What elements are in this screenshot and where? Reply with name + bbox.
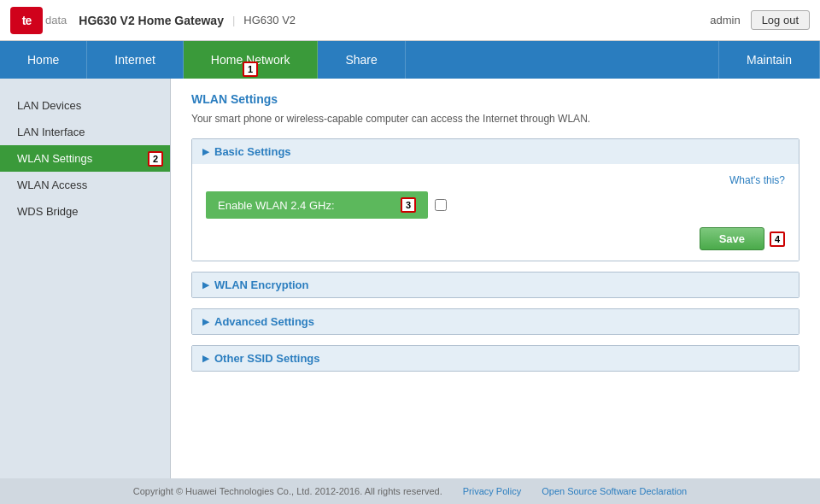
arrow-icon-ssid: ▶ — [202, 354, 209, 363]
open-source-link[interactable]: Open Source Software Declaration — [542, 486, 687, 496]
header-model: HG630 V2 — [243, 14, 296, 26]
nav-item-maintain[interactable]: Maintain — [718, 41, 820, 79]
nav-item-internet[interactable]: Internet — [87, 41, 183, 79]
sidebar-item-lan-interface[interactable]: LAN Interface — [0, 119, 170, 145]
enable-wlan-row: Enable WLAN 2.4 GHz: 3 — [206, 191, 785, 219]
section-header-basic[interactable]: ▶ Basic Settings — [192, 139, 799, 164]
section-wlan-encryption: ▶ WLAN Encryption — [191, 272, 800, 298]
logout-button[interactable]: Log out — [751, 10, 810, 30]
enable-wlan-label: Enable WLAN 2.4 GHz: — [218, 199, 335, 212]
sidebar-badge-2: 2 — [148, 151, 163, 167]
section-header-encryption[interactable]: ▶ WLAN Encryption — [192, 273, 799, 297]
enable-wlan-checkbox[interactable] — [435, 199, 447, 211]
header-divider: | — [232, 14, 235, 26]
nav-spacer — [406, 41, 718, 79]
save-row: Save 4 — [206, 227, 785, 250]
nav-item-home-network[interactable]: Home Network 1 — [184, 41, 319, 79]
header: te data HG630 V2 Home Gateway | HG630 V2… — [0, 0, 820, 41]
sidebar-item-lan-devices[interactable]: LAN Devices — [0, 92, 170, 119]
nav-badge-1: 1 — [243, 62, 258, 77]
field-badge-3: 3 — [401, 197, 416, 213]
sidebar: LAN Devices LAN Interface WLAN Settings … — [0, 79, 171, 478]
main-nav: Home Internet Home Network 1 Share Maint… — [0, 41, 820, 79]
arrow-icon-encryption: ▶ — [202, 280, 209, 290]
section-basic-settings: ▶ Basic Settings What's this? Enable WLA… — [191, 138, 800, 261]
header-title: HG630 V2 Home Gateway — [79, 14, 224, 27]
privacy-policy-link[interactable]: Privacy Policy — [463, 486, 521, 496]
logo-icon: te — [10, 7, 43, 34]
nav-item-home[interactable]: Home — [0, 41, 87, 79]
whats-this-row: What's this? — [206, 174, 785, 186]
sidebar-item-wlan-settings[interactable]: WLAN Settings 2 — [0, 145, 170, 172]
save-button[interactable]: Save — [700, 227, 764, 250]
logo: te data — [10, 7, 67, 34]
enable-wlan-label-box: Enable WLAN 2.4 GHz: 3 — [206, 191, 428, 219]
header-right: admin Log out — [710, 10, 810, 30]
section-other-ssid: ▶ Other SSID Settings — [191, 345, 800, 372]
section-advanced-settings: ▶ Advanced Settings — [191, 308, 800, 335]
sidebar-item-wlan-access[interactable]: WLAN Access — [0, 172, 170, 198]
page-title: WLAN Settings — [191, 92, 800, 106]
nav-item-share[interactable]: Share — [318, 41, 405, 79]
section-header-ssid[interactable]: ▶ Other SSID Settings — [192, 346, 799, 371]
content-area: WLAN Settings Your smart phone or wirele… — [171, 79, 820, 478]
sidebar-item-wds-bridge[interactable]: WDS Bridge — [0, 198, 170, 225]
whats-this-link[interactable]: What's this? — [729, 174, 785, 186]
save-badge-4: 4 — [770, 231, 785, 247]
arrow-icon-advanced: ▶ — [202, 317, 209, 326]
logo-text: data — [45, 14, 67, 26]
main-layout: LAN Devices LAN Interface WLAN Settings … — [0, 79, 820, 478]
section-body-basic: What's this? Enable WLAN 2.4 GHz: 3 Save… — [192, 164, 799, 261]
arrow-icon-basic: ▶ — [202, 147, 209, 156]
header-user: admin — [710, 14, 740, 26]
footer: Copyright © Huawei Technologies Co., Ltd… — [0, 478, 820, 504]
page-desc: Your smart phone or wireless-capable com… — [191, 113, 800, 125]
footer-copyright: Copyright © Huawei Technologies Co., Ltd… — [133, 486, 442, 496]
section-header-advanced[interactable]: ▶ Advanced Settings — [192, 309, 799, 334]
logo-abbr: te — [22, 14, 31, 27]
